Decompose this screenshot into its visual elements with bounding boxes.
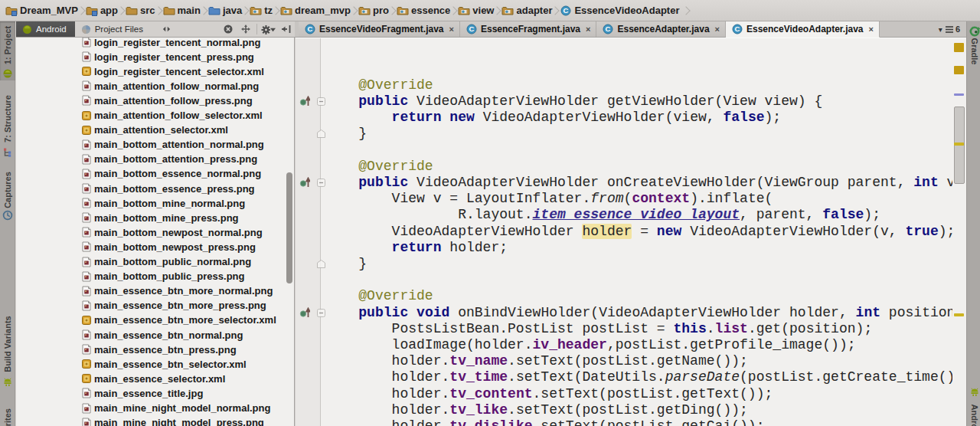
toolwindow-button-7-structure[interactable]: 7: Structure xyxy=(0,90,15,159)
view-tab-android[interactable]: Android xyxy=(16,21,75,37)
file-tree-item[interactable]: main_bottom_essence_normal.png xyxy=(16,166,294,181)
breadcrumb-item[interactable]: app xyxy=(86,5,118,16)
file-tree-item[interactable]: main_mine_night_model_press.png xyxy=(16,415,294,426)
file-name: main_bottom_attention_press.png xyxy=(94,153,257,165)
file-tree-item[interactable]: main_essence_btn_more_press.png xyxy=(16,298,294,313)
file-tree-item[interactable]: main_bottom_newpost_normal.png xyxy=(16,225,294,240)
stripe-warning-mark[interactable] xyxy=(954,313,964,316)
close-panel-button[interactable] xyxy=(219,21,237,37)
override-gutter-icon[interactable] xyxy=(299,307,310,318)
file-tree-item[interactable]: main_attention_selector.xml xyxy=(16,123,294,137)
stripe-warning-block[interactable] xyxy=(954,66,964,74)
file-tree-item[interactable]: main_bottom_public_normal.png xyxy=(16,254,294,269)
override-gutter-icon[interactable] xyxy=(299,96,310,106)
code-line: } xyxy=(325,126,367,142)
fold-start-icon[interactable] xyxy=(317,309,325,317)
breadcrumb-item[interactable]: pro xyxy=(358,5,389,16)
toolwindow-button-label: Build Variants xyxy=(3,316,12,372)
code-token: R.layout. xyxy=(325,207,533,222)
view-switcher-button[interactable] xyxy=(158,21,175,37)
code-token: holder; xyxy=(442,240,508,255)
file-tree-item[interactable]: main_bottom_mine_normal.png xyxy=(16,196,294,211)
file-tree-item[interactable]: main_bottom_attention_press.png xyxy=(16,152,294,166)
file-tree-item[interactable]: main_essence_btn_normal.png xyxy=(16,328,294,342)
file-tree-item[interactable]: main_bottom_attention_normal.png xyxy=(16,137,294,152)
image-file-icon xyxy=(81,139,92,150)
toolwindow-button-build-variants[interactable]: Build Variants xyxy=(0,311,15,389)
toolwindow-button-gradle[interactable]: Gradle xyxy=(967,25,980,63)
breadcrumb-item[interactable]: tz xyxy=(250,5,273,16)
editor-tab[interactable]: CEssenceVideoFragment.java× xyxy=(299,21,460,37)
breadcrumb-item[interactable]: Dream_MVP xyxy=(5,5,78,16)
breadcrumb-item[interactable]: java xyxy=(208,5,242,16)
toolwindow-button-1-project[interactable]: 1: Project xyxy=(0,21,15,80)
file-tree-item[interactable]: main_attention_follow_selector.xml xyxy=(16,108,294,123)
breadcrumb-label: src xyxy=(140,5,155,16)
file-tree-item[interactable]: main_essence_btn_more_normal.png xyxy=(16,283,294,298)
breadcrumb-item[interactable]: main xyxy=(163,5,201,16)
scroll-from-source-button[interactable] xyxy=(237,21,254,37)
toolwindow-button-label: 1: Project xyxy=(3,25,12,64)
file-tree-item[interactable]: main_mine_night_model_normal.png xyxy=(16,401,294,415)
fold-start-icon[interactable] xyxy=(317,179,325,187)
code-token: new xyxy=(657,224,681,239)
file-tree-item[interactable]: main_essence_btn_press.png xyxy=(16,342,294,357)
breadcrumb-label: app xyxy=(100,5,118,16)
hide-panel-button[interactable] xyxy=(277,21,295,37)
toolwindow-button-label: Gradle xyxy=(970,38,979,65)
image-file-icon xyxy=(81,257,92,267)
file-name: main_mine_night_model_normal.png xyxy=(94,402,270,414)
editor-tab[interactable]: CEssenceFragment.java× xyxy=(460,21,597,37)
stripe-info-mark[interactable] xyxy=(954,93,964,96)
panel-settings-button[interactable] xyxy=(260,21,277,37)
toolwindow-button-2-favorites[interactable]: 2: Favorites xyxy=(0,400,15,426)
file-name: main_essence_btn_more_press.png xyxy=(94,300,266,311)
file-tree-item[interactable]: main_attention_follow_press.png xyxy=(16,93,294,108)
code-token: iv_header xyxy=(533,337,607,352)
breadcrumb-item[interactable]: view xyxy=(458,5,494,16)
tab-close-icon[interactable]: × xyxy=(586,25,590,34)
file-tree-item[interactable]: main_attention_follow_normal.png xyxy=(16,79,294,93)
file-tree-item[interactable]: main_essence_btn_selector.xml xyxy=(16,357,294,372)
tab-close-icon[interactable]: × xyxy=(449,25,454,34)
breadcrumb-item[interactable]: essence xyxy=(397,5,450,16)
view-tab-project-files[interactable]: Project Files xyxy=(75,21,152,37)
toolwindow-button-captures[interactable]: Captures xyxy=(0,170,15,222)
editor-gutter xyxy=(296,38,321,426)
file-tree-item[interactable]: main_essence_selector.xml xyxy=(16,372,294,386)
breadcrumb-item[interactable]: src xyxy=(126,5,155,16)
project-scrollbar-thumb[interactable] xyxy=(286,172,292,283)
file-tree-item[interactable]: login_register_tencent_selector.xml xyxy=(16,64,294,79)
tab-close-icon[interactable]: × xyxy=(715,25,720,34)
tabs-dropdown-icon[interactable]: ▾ xyxy=(939,25,942,34)
file-tree-item[interactable]: main_bottom_mine_press.png xyxy=(16,211,294,225)
code-area[interactable]: @Override public VideoAdapterViewHolder … xyxy=(325,38,952,426)
file-tree-item[interactable]: main_bottom_public_press.png xyxy=(16,269,294,283)
code-token: ); xyxy=(765,110,782,125)
fold-end-icon[interactable] xyxy=(317,260,325,268)
stripe-warning-block[interactable] xyxy=(954,43,964,52)
file-tree-item[interactable]: main_bottom_essence_press.png xyxy=(16,182,294,196)
fold-end-icon[interactable] xyxy=(317,129,325,138)
file-tree-item[interactable]: login_register_tencent_press.png xyxy=(16,50,294,64)
toolwindow-button-android-model[interactable]: Android Model xyxy=(967,385,980,426)
code-token: VideoAdapterViewHolder getViewHolder(Vie… xyxy=(408,93,822,109)
breadcrumb-item[interactable]: CEssenceVideoAdapter xyxy=(560,5,679,16)
file-tree-item[interactable]: main_bottom_newpost_press.png xyxy=(16,240,294,254)
stripe-warning-mark[interactable] xyxy=(954,143,964,146)
editor-tab[interactable]: CEssenceAdapter.java× xyxy=(596,21,726,37)
code-token: ); xyxy=(864,207,880,222)
override-icon xyxy=(299,177,310,188)
editor-tab[interactable]: CEssenceVideoAdapter.java× xyxy=(726,21,880,38)
code-token: tv_time xyxy=(449,369,508,385)
breadcrumb-item[interactable]: adapter xyxy=(501,5,552,16)
fold-start-icon[interactable] xyxy=(317,97,325,106)
tab-close-icon[interactable]: × xyxy=(869,25,874,34)
file-tree-item[interactable]: main_essence_btn_more_selector.xml xyxy=(16,313,294,327)
code-line: holder.tv_time.setText(DateUtils.parseDa… xyxy=(325,369,952,385)
file-tree-item[interactable]: main_essence_title.jpg xyxy=(16,386,294,401)
breadcrumb-item[interactable]: dream_mvp xyxy=(280,5,351,16)
svg-text:C: C xyxy=(735,25,740,33)
file-tree-item[interactable]: login_register_tencent_normal.png xyxy=(16,38,294,50)
override-gutter-icon[interactable] xyxy=(299,177,310,188)
